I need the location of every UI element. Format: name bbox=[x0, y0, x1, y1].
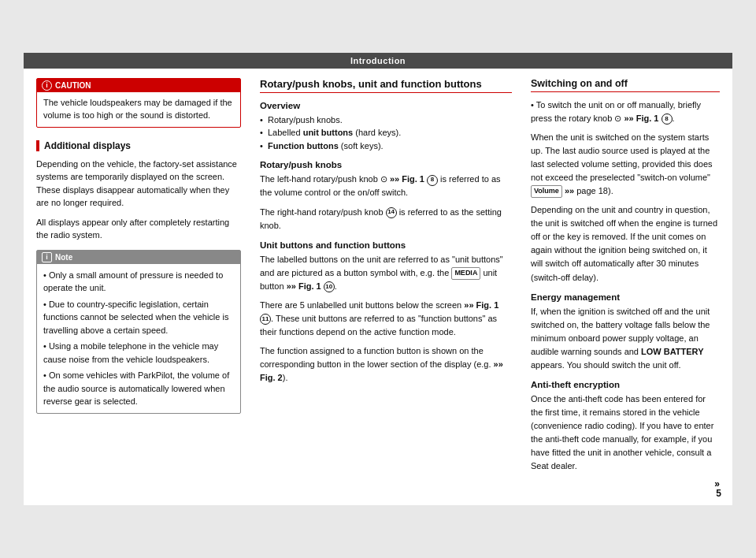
additional-displays-para1: Depending on the vehicle, the factory-se… bbox=[36, 158, 241, 210]
circle-r8: 8 bbox=[662, 113, 673, 125]
arrow-r1: »» bbox=[624, 113, 633, 123]
media-badge: MEDIA bbox=[451, 267, 480, 280]
left-column: i CAUTION The vehicle loudspeakers may b… bbox=[36, 78, 241, 489]
note-item-2: • Due to country-specific legislation, c… bbox=[43, 298, 234, 337]
caution-icon: i bbox=[42, 80, 52, 91]
arrow-3: »» bbox=[464, 300, 473, 310]
arrow-4: »» bbox=[494, 359, 503, 369]
content-area: i CAUTION The vehicle loudspeakers may b… bbox=[24, 69, 732, 505]
note-item-4: • On some vehicles with ParkPilot, the v… bbox=[43, 369, 234, 408]
switching-title: Switching on and off bbox=[531, 78, 720, 92]
overview-item-3: Function buttons (soft keys). bbox=[260, 140, 512, 153]
note-body: • Only a small amount of pressure is nee… bbox=[37, 264, 240, 413]
unit-para2: There are 5 unlabelled unit buttons belo… bbox=[260, 299, 512, 339]
unit-para1: The labelled buttons on the unit are ref… bbox=[260, 253, 512, 293]
switching-para1: • To switch the unit on or off manually,… bbox=[531, 99, 720, 125]
rotary-section-title: Rotary/push knobs, unit and function but… bbox=[260, 78, 512, 93]
circle-10: 10 bbox=[324, 281, 335, 292]
overview-list: Rotary/push knobs. Labelled unit buttons… bbox=[260, 113, 512, 153]
switching-para2: When the unit is switched on the system … bbox=[531, 131, 720, 198]
note-box: i Note • Only a small amount of pressure… bbox=[36, 250, 241, 414]
middle-column: Rotary/push knobs, unit and function but… bbox=[254, 78, 518, 489]
arrow-1: »» bbox=[390, 174, 399, 184]
note-label: Note bbox=[55, 253, 72, 262]
energy-para: If, when the ignition is switched off an… bbox=[531, 305, 720, 372]
circle-11: 11 bbox=[260, 314, 271, 325]
arrow-2: »» bbox=[287, 281, 296, 291]
note-item-1: • Only a small amount of pressure is nee… bbox=[43, 269, 234, 295]
fig-ref-3: Fig. 1 bbox=[476, 300, 499, 310]
volume-badge: Volume bbox=[531, 185, 562, 198]
arrow-r2: »» bbox=[565, 186, 574, 195]
unit-buttons-title: Unit buttons and function buttons bbox=[260, 240, 512, 250]
additional-displays-title: Additional displays bbox=[36, 140, 241, 151]
switching-para3: Depending on the unit and country in que… bbox=[531, 203, 720, 284]
rotary-para2: The right-hand rotary/push knob 14 is re… bbox=[260, 206, 512, 232]
fig-ref-1: Fig. 1 bbox=[402, 174, 427, 184]
header-title: Introduction bbox=[350, 56, 406, 65]
caution-text: The vehicle loudspeakers may be damaged … bbox=[37, 92, 240, 127]
fig-ref-4: Fig. 2 bbox=[260, 373, 283, 382]
note-item-3: • Using a mobile telephone in the vehicl… bbox=[43, 340, 234, 366]
note-icon: i bbox=[42, 252, 52, 262]
fig-ref-2: Fig. 1 bbox=[298, 281, 324, 291]
antitheft-title: Anti-theft encryption bbox=[531, 380, 720, 389]
energy-title: Energy management bbox=[531, 292, 720, 302]
antitheft-para: Once the anti-theft code has been entere… bbox=[531, 392, 720, 473]
right-column: Switching on and off • To switch the uni… bbox=[531, 78, 720, 489]
unit-para3: The function assigned to a function butt… bbox=[260, 344, 512, 385]
note-header: i Note bbox=[37, 251, 240, 264]
page-number: 5 bbox=[716, 488, 721, 499]
additional-displays-para2: All displays appear only after completel… bbox=[36, 216, 241, 242]
overview-item-2: Labelled unit buttons (hard keys). bbox=[260, 126, 512, 140]
circle-14: 14 bbox=[386, 207, 397, 218]
rotary-knobs-title: Rotary/push knobs bbox=[260, 160, 512, 169]
overview-item-1: Rotary/push knobs. bbox=[260, 113, 512, 127]
rotary-para1: The left-hand rotary/push knob ⊙ »» Fig.… bbox=[260, 173, 512, 199]
double-arrow-right: » bbox=[531, 478, 720, 489]
circle-8: 8 bbox=[427, 175, 438, 186]
caution-box: i CAUTION The vehicle loudspeakers may b… bbox=[36, 78, 241, 128]
overview-title: Overview bbox=[260, 101, 512, 110]
caution-label: CAUTION bbox=[55, 81, 91, 90]
header-bar: Introduction bbox=[24, 53, 732, 69]
caution-header: i CAUTION bbox=[37, 79, 240, 92]
page: Introduction i CAUTION The vehicle louds… bbox=[24, 53, 732, 505]
